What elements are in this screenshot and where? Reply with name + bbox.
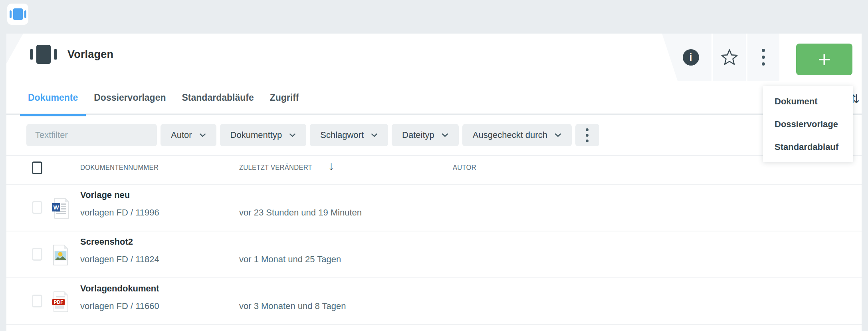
tab-dossiervorlagen[interactable]: Dossiervorlagen: [86, 81, 174, 114]
tab-zugriff[interactable]: Zugriff: [262, 81, 307, 114]
filter-bar: Autor Dokumenttyp Schlagwort Dateityp Au…: [26, 124, 599, 146]
menu-item-dokument[interactable]: Dokument: [763, 90, 853, 113]
page-header: Vorlagen: [30, 45, 113, 64]
table-row[interactable]: PDF Vorlagendokument vorlagen FD / 11660…: [6, 278, 862, 325]
row-checkbox[interactable]: [32, 248, 42, 261]
document-modified: vor 3 Monaten und 8 Tagen: [239, 301, 346, 311]
app-magnet-icon: [10, 8, 26, 20]
tabs-divider: [6, 114, 862, 115]
row-checkbox[interactable]: [32, 295, 42, 307]
more-options-button[interactable]: [747, 34, 779, 81]
row-checkbox[interactable]: [32, 201, 42, 214]
info-button[interactable]: i: [662, 34, 711, 81]
image-file-icon: [51, 244, 69, 266]
menu-item-standardablauf[interactable]: Standardablauf: [763, 136, 853, 158]
tab-dokumente[interactable]: Dokumente: [20, 81, 86, 114]
table-row[interactable]: Screenshot2 vorlagen FD / 11824 vor 1 Mo…: [6, 231, 862, 278]
document-title: Vorlage neu: [80, 190, 130, 200]
add-button[interactable]: +: [796, 44, 852, 75]
chevron-down-icon: [442, 133, 448, 137]
column-header-zuletzt-veraendert[interactable]: ZULETZT VERÄNDERT: [239, 163, 312, 172]
menu-item-dossiervorlage[interactable]: Dossiervorlage: [763, 113, 853, 136]
word-file-icon: W: [51, 197, 69, 219]
document-title: Vorlagendokument: [80, 283, 159, 294]
column-header-autor[interactable]: AUTOR: [453, 163, 476, 172]
table-row[interactable]: W Vorlage neu vorlagen FD / 11996 vor 23…: [6, 185, 862, 231]
chevron-down-icon: [199, 133, 206, 137]
chevron-down-icon: [289, 133, 296, 137]
favorite-button[interactable]: [713, 34, 746, 81]
more-filters-button[interactable]: [575, 124, 599, 146]
filter-divider: [6, 155, 862, 156]
svg-text:PDF: PDF: [54, 299, 63, 305]
filter-dateityp[interactable]: Dateityp: [392, 124, 459, 146]
chevron-down-icon: [555, 133, 561, 137]
group-magnet-icon: [30, 45, 57, 64]
corner-wedge: [6, 34, 23, 64]
tab-standardablaeufe[interactable]: Standardabläufe: [174, 81, 262, 114]
text-filter-input[interactable]: [26, 124, 157, 146]
filter-autor[interactable]: Autor: [161, 124, 216, 146]
document-number: vorlagen FD / 11660: [80, 301, 159, 311]
document-number: vorlagen FD / 11996: [80, 207, 159, 218]
filter-schlagwort[interactable]: Schlagwort: [310, 124, 388, 146]
filter-ausgecheckt-durch[interactable]: Ausgecheckt durch: [462, 124, 572, 146]
main-panel: Vorlagen i + Dokumente Dossiervorlagen S…: [6, 34, 862, 331]
create-menu: Dokument Dossiervorlage Standardablauf: [763, 86, 853, 162]
sort-desc-icon: ↓: [328, 159, 334, 173]
info-icon: i: [683, 49, 699, 66]
star-icon: [720, 48, 739, 66]
document-modified: vor 23 Stunden und 19 Minuten: [239, 207, 362, 218]
plus-icon: +: [818, 46, 831, 74]
chevron-down-icon: [371, 133, 378, 137]
document-list: W Vorlage neu vorlagen FD / 11996 vor 23…: [6, 185, 862, 325]
document-modified: vor 1 Monat und 25 Tagen: [239, 254, 341, 265]
document-number: vorlagen FD / 11824: [80, 254, 159, 265]
column-header-dokumentennummer[interactable]: DOKUMENTENNUMMER: [80, 163, 159, 172]
filter-dokumenttyp[interactable]: Dokumenttyp: [220, 124, 307, 146]
kebab-icon: [762, 49, 765, 66]
page-title: Vorlagen: [67, 48, 113, 61]
kebab-icon: [586, 128, 589, 142]
app-launcher-button[interactable]: [7, 4, 28, 25]
svg-text:W: W: [53, 204, 59, 211]
pdf-file-icon: PDF: [51, 291, 69, 313]
select-all-checkbox[interactable]: [32, 162, 42, 174]
document-title: Screenshot2: [80, 237, 133, 247]
tab-bar: Dokumente Dossiervorlagen Standardabläuf…: [20, 81, 307, 114]
